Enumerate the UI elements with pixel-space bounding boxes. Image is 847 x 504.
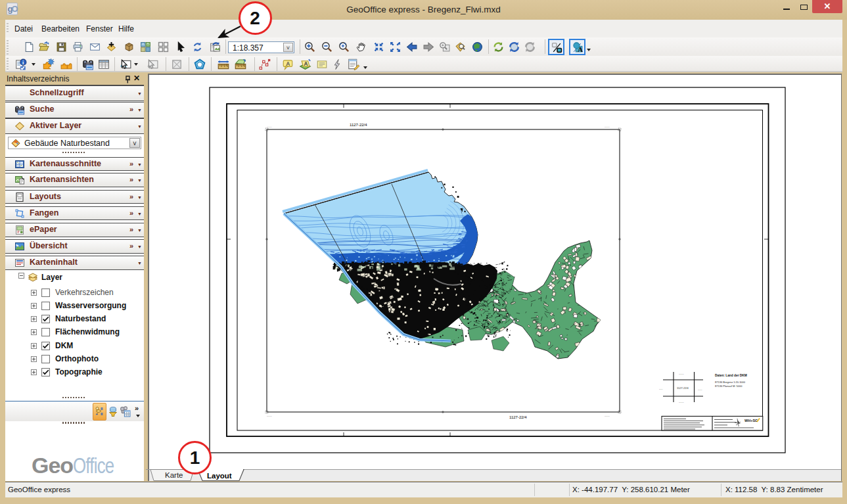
- svg-text:Layout: Layout: [207, 472, 232, 480]
- svg-text:.......: .......: [267, 414, 272, 417]
- svg-text:A: A: [578, 45, 583, 53]
- svg-text:.......: .......: [605, 125, 610, 128]
- svg-text:1127-22/4: 1127-22/4: [350, 123, 367, 127]
- svg-text:WH+SG: WH+SG: [744, 419, 758, 423]
- svg-text:Daten: Land der DKM: Daten: Land der DKM: [715, 374, 747, 377]
- svg-text:.......: .......: [605, 414, 610, 417]
- svg-text:.......: .......: [679, 372, 684, 375]
- svg-text:A: A: [304, 60, 308, 67]
- svg-text:.....: .....: [659, 387, 663, 390]
- svg-text:87136 Planauf M: 5000: 87136 Planauf M: 5000: [715, 384, 743, 388]
- svg-text:Karte: Karte: [165, 471, 183, 479]
- svg-text:.......: .......: [267, 125, 272, 128]
- svg-text:1127-22/4: 1127-22/4: [677, 386, 689, 390]
- svg-text:.......: .......: [679, 400, 684, 403]
- svg-text:......: ......: [698, 388, 702, 391]
- svg-text:87136 Bregenz 1:20.1000: 87136 Bregenz 1:20.1000: [715, 380, 746, 384]
- svg-text:1127-22/4: 1127-22/4: [509, 415, 527, 419]
- svg-text:A: A: [286, 60, 290, 67]
